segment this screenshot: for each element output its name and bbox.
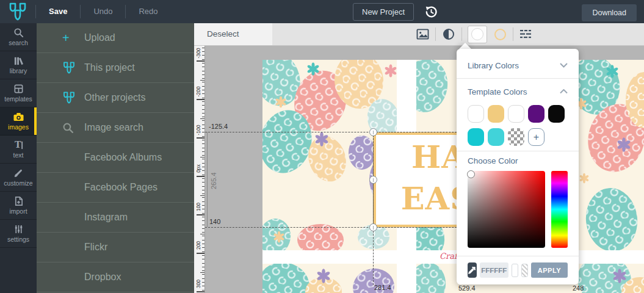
ruler-label: -100 [195, 121, 201, 139]
sidebar-label: text [13, 151, 24, 159]
border-color-swatch [494, 29, 506, 40]
color-swatch[interactable] [468, 105, 484, 123]
submenu-item-image-search[interactable]: Image search [37, 113, 194, 143]
plus-icon: + [62, 31, 84, 45]
library-icon [13, 56, 24, 66]
guide-label-top: -125.4 [209, 123, 228, 130]
submenu-label: Flickr [84, 242, 107, 253]
dimension-extent-line [207, 132, 208, 227]
submenu-item-facebook-pages[interactable]: Facebook Pages [37, 173, 194, 203]
saturation-picker[interactable] [468, 171, 545, 248]
resize-handle-top-left[interactable] [369, 128, 377, 136]
submenu-label: Facebook Albums [84, 152, 162, 163]
color-swatch[interactable] [488, 128, 504, 146]
svg-text:T: T [14, 140, 21, 150]
eyedropper-button[interactable] [468, 262, 477, 278]
no-color-swatch[interactable] [521, 264, 528, 277]
sidebar-item-library[interactable]: library [0, 51, 37, 79]
sidebar-item-text[interactable]: T text [0, 136, 37, 164]
color-picker-panel: Library Colors Template Colors + Choose … [457, 49, 579, 284]
sidebar-label: search [9, 39, 28, 46]
ruler-label: 0px [195, 159, 201, 178]
fill-color-button[interactable] [468, 26, 487, 43]
history-icon [425, 5, 438, 18]
add-color-button[interactable]: + [528, 128, 545, 146]
eyedropper-icon [468, 266, 476, 275]
current-color-swatch[interactable] [512, 264, 518, 277]
history-button[interactable] [424, 4, 438, 19]
sidebar-item-images[interactable]: images [0, 107, 37, 136]
sidebar-item-customize[interactable]: customize [0, 164, 37, 192]
replace-image-button[interactable] [415, 27, 430, 42]
hue-slider[interactable] [551, 171, 568, 248]
submenu-label: Other projects [84, 92, 145, 103]
search-icon [62, 122, 84, 134]
submenu-item-upload[interactable]: + Upload [37, 23, 194, 53]
color-swatch[interactable] [508, 105, 524, 123]
deselect-button[interactable]: Deselect [194, 23, 272, 45]
resize-handle-middle-left[interactable] [369, 176, 377, 184]
chevron-up-icon [560, 89, 568, 94]
submenu-item-this-project[interactable]: This project [37, 53, 194, 83]
chevron-down-icon [560, 63, 568, 68]
layer-options-button[interactable] [519, 27, 534, 42]
canvas-toolbar: Deselect [194, 23, 644, 46]
color-swatch[interactable] [548, 105, 565, 123]
submenu-label: This project [84, 62, 135, 73]
sidebar-label: settings [7, 236, 29, 243]
transparent-swatch[interactable] [508, 128, 524, 146]
submenu-item-facebook-albums[interactable]: Facebook Albums [37, 143, 194, 173]
color-swatch[interactable] [528, 105, 545, 123]
saturation-cursor[interactable] [467, 170, 475, 178]
submenu-item-instagram[interactable]: Instagram [37, 203, 194, 233]
color-swatch[interactable] [488, 105, 504, 123]
sidebar-label: customize [4, 179, 32, 187]
redo-button[interactable]: Redo [126, 0, 170, 23]
undo-button[interactable]: Undo [81, 0, 125, 23]
sidebar-label: import [9, 208, 27, 215]
choose-color-label: Choose Color [468, 156, 568, 165]
library-colors-label: Library Colors [468, 61, 519, 70]
image-icon [416, 29, 429, 40]
text-icon: T [13, 140, 24, 150]
effects-button[interactable] [441, 27, 456, 42]
ruler-label: 100 [195, 198, 201, 216]
library-colors-header[interactable]: Library Colors [468, 57, 568, 73]
dashed-list-icon [520, 30, 532, 39]
top-bar: Save Undo Redo New Project Download [0, 0, 644, 23]
submenu-item-other-projects[interactable]: Other projects [37, 83, 194, 113]
images-submenu: + Upload This project Other projects Ima… [37, 23, 194, 293]
submenu-item-dropbox[interactable]: Dropbox [37, 262, 194, 292]
submenu-label: Upload [84, 32, 115, 43]
guide-label-height: 265.4 [210, 172, 217, 189]
sidebar-item-settings[interactable]: settings [0, 220, 37, 248]
sidebar-item-import[interactable]: import [0, 192, 37, 220]
guide-label-x3: 248 [573, 284, 584, 292]
search-icon [13, 27, 24, 38]
project-logo-icon [62, 92, 84, 104]
new-project-button[interactable]: New Project [353, 3, 414, 21]
resize-handle-bottom-left[interactable] [369, 223, 377, 231]
submenu-label: Instagram [84, 212, 128, 223]
sidebar-item-templates[interactable]: templates [0, 79, 37, 107]
template-colors-header[interactable]: Template Colors [468, 84, 568, 99]
ruler-label: 300 [195, 275, 201, 293]
hex-color-input[interactable] [480, 262, 508, 278]
sliders-icon [13, 224, 24, 234]
guide-label-x: 281.4 [374, 284, 391, 291]
import-file-icon [13, 196, 24, 206]
border-color-button[interactable] [493, 27, 507, 42]
app-logo[interactable] [0, 2, 35, 21]
template-colors-label: Template Colors [468, 87, 527, 96]
sidebar-item-search[interactable]: search [0, 23, 37, 51]
ruler-label: 200 [195, 236, 201, 255]
fill-color-swatch [471, 28, 483, 40]
color-swatch[interactable] [468, 128, 484, 146]
submenu-label: Facebook Pages [84, 182, 157, 193]
download-button[interactable]: Download [582, 4, 637, 21]
main-sidebar: search library templates images T text c… [0, 23, 37, 293]
save-button[interactable]: Save [36, 0, 80, 23]
submenu-item-flickr[interactable]: Flickr [37, 233, 194, 262]
apply-button[interactable]: APPLY [531, 262, 568, 278]
guide-label-bottom: 140 [209, 218, 220, 225]
